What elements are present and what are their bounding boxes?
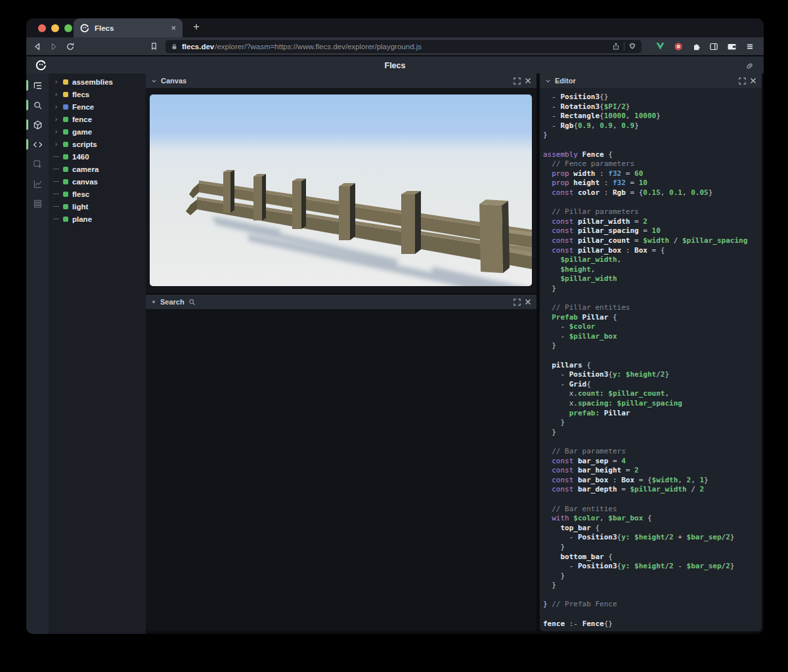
tree-item-label: flecs: [72, 91, 89, 98]
sidebar-toggle-icon[interactable]: [709, 42, 718, 51]
back-button[interactable]: [33, 42, 42, 51]
tree-item-canvas[interactable]: canvas: [49, 175, 146, 188]
browser-menu-icon[interactable]: [745, 42, 755, 51]
search-icon: [188, 299, 196, 306]
leaf-dash-icon: [53, 206, 59, 207]
tab-close-button[interactable]: ×: [171, 24, 176, 32]
reload-button[interactable]: [66, 42, 75, 51]
rail-script-icon[interactable]: [26, 136, 49, 153]
entity-color-square: [63, 204, 68, 209]
rail-stats-icon[interactable]: [26, 175, 49, 192]
flecs-favicon-icon: [80, 24, 89, 33]
fence-3d-render[interactable]: [150, 94, 532, 286]
tree-item-camera[interactable]: camera: [49, 163, 146, 175]
editor-panel-title: Editor: [555, 77, 576, 85]
flecs-logo-icon: [35, 60, 47, 71]
entity-color-square: [63, 129, 68, 135]
expand-arrow-icon[interactable]: ›: [53, 141, 59, 147]
expand-arrow-icon[interactable]: ›: [53, 116, 59, 122]
share-icon[interactable]: [612, 42, 620, 51]
url-bar[interactable]: flecs.dev /explorer/?wasm=https://www.fl…: [165, 40, 642, 53]
canvas-body: [146, 88, 536, 293]
fullscreen-icon[interactable]: [739, 77, 746, 85]
code-editor[interactable]: - Position3{} - Rotation3{$PI/2} - Recta…: [540, 88, 762, 631]
tree-item-plane[interactable]: plane: [49, 213, 146, 225]
wallet-icon[interactable]: [727, 42, 737, 51]
editor-panel-header: Editor: [540, 74, 762, 88]
tree-item-fence[interactable]: ›fence: [49, 113, 146, 125]
tree-item-game[interactable]: ›game: [49, 125, 146, 138]
entity-color-square: [63, 104, 68, 110]
new-tab-button[interactable]: +: [193, 20, 200, 33]
vue-devtools-icon[interactable]: [655, 42, 665, 51]
entity-color-square: [63, 142, 68, 147]
url-path: /explorer/?wasm=https://www.flecs.dev/ex…: [215, 43, 608, 51]
entity-color-square: [63, 117, 68, 122]
icon-rail: [26, 74, 49, 634]
tree-item-label: plane: [72, 215, 92, 223]
collapsed-dot-icon[interactable]: [152, 301, 155, 303]
fullscreen-icon[interactable]: [514, 299, 521, 306]
leaf-dash-icon: [53, 181, 59, 182]
entity-tree: ›assemblies›flecs›Fence›fence›game›scrip…: [49, 74, 146, 634]
forward-button[interactable]: [49, 42, 58, 51]
tab-bar: Flecs × +: [26, 18, 764, 37]
rail-entity-tree-icon[interactable]: [26, 77, 49, 94]
close-panel-icon[interactable]: [525, 299, 531, 305]
extension-icons: [655, 42, 755, 51]
brave-shield-icon[interactable]: [628, 42, 636, 51]
tree-item-scripts[interactable]: ›scripts: [49, 138, 146, 150]
rail-inspector-icon[interactable]: [26, 156, 49, 173]
rail-scene-icon[interactable]: [26, 116, 49, 133]
extensions-puzzle-icon[interactable]: [691, 42, 701, 51]
expand-arrow-icon[interactable]: ›: [53, 104, 59, 110]
entity-color-square: [63, 92, 68, 97]
close-window-button[interactable]: [38, 24, 46, 32]
tree-item-label: fence: [72, 116, 92, 123]
red-hexagon-extension-icon[interactable]: [674, 42, 683, 51]
expand-arrow-icon[interactable]: ›: [53, 91, 59, 97]
chevron-down-icon[interactable]: [151, 78, 157, 84]
entity-color-square: [63, 192, 68, 197]
script-code[interactable]: - Position3{} - Rotation3{$PI/2} - Recta…: [543, 93, 762, 629]
search-panel: Search: [146, 295, 536, 634]
tree-item-flesc[interactable]: flesc: [49, 188, 146, 200]
tree-item-flecs[interactable]: ›flecs: [49, 88, 146, 100]
canvas-panel: Canvas: [146, 74, 536, 293]
chevron-down-icon[interactable]: [545, 78, 551, 84]
tree-item-assemblies[interactable]: ›assemblies: [49, 75, 146, 88]
bookmark-icon[interactable]: [150, 42, 158, 51]
browser-tab[interactable]: Flecs ×: [74, 18, 183, 37]
browser-window: Flecs × + flecs.dev /explorer/?wasm=http…: [26, 18, 764, 634]
entity-color-square: [63, 179, 68, 184]
expand-arrow-icon[interactable]: ›: [53, 79, 59, 85]
browser-toolbar: flecs.dev /explorer/?wasm=https://www.fl…: [26, 37, 764, 55]
leaf-dash-icon: [53, 219, 59, 219]
tree-item-Fence[interactable]: ›Fence: [49, 100, 146, 113]
zoom-window-button[interactable]: [64, 24, 72, 32]
url-domain: flecs.dev: [182, 43, 214, 51]
tree-item-label: flesc: [72, 190, 89, 198]
app-header: Flecs: [26, 56, 764, 74]
page-title: Flecs: [26, 61, 764, 70]
tree-item-label: light: [72, 203, 88, 211]
expand-arrow-icon[interactable]: ›: [53, 129, 59, 135]
tree-item-1460[interactable]: 1460: [49, 150, 146, 163]
editor-panel: Editor - Position3{} - Rotation3{$PI/2} …: [540, 74, 762, 634]
tree-item-label: scripts: [72, 140, 97, 148]
leaf-dash-icon: [53, 156, 59, 157]
rail-archetypes-icon[interactable]: [26, 195, 49, 212]
minimize-window-button[interactable]: [51, 24, 59, 32]
canvas-panel-header: Canvas: [146, 74, 536, 88]
search-panel-title: Search: [160, 298, 185, 306]
entity-color-square: [63, 79, 68, 85]
tree-item-light[interactable]: light: [49, 200, 146, 213]
close-panel-icon[interactable]: [750, 77, 756, 84]
rail-search-icon[interactable]: [26, 96, 49, 114]
search-results-area[interactable]: [146, 309, 536, 631]
fullscreen-icon[interactable]: [514, 77, 521, 85]
tree-item-label: Fence: [72, 103, 94, 111]
close-panel-icon[interactable]: [525, 77, 531, 84]
entity-color-square: [63, 167, 68, 172]
tree-item-label: game: [72, 128, 92, 136]
